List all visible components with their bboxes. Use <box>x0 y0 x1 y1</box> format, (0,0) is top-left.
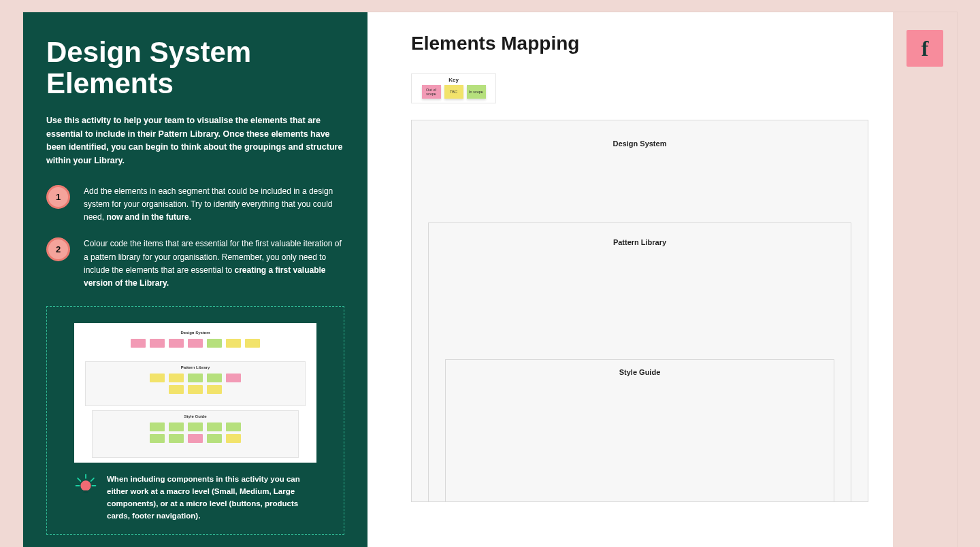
mini-note <box>188 385 203 394</box>
mini-note <box>226 434 241 443</box>
step-text: Add the elements in each segment that co… <box>84 185 344 225</box>
mini-note <box>207 422 222 431</box>
canvas[interactable]: Design System Elements Use this activity… <box>0 0 980 547</box>
steps-list: 1 Add the elements in each segment that … <box>46 185 344 290</box>
mini-note <box>169 385 184 394</box>
mini-note <box>131 339 146 348</box>
mini-note <box>226 339 241 348</box>
legend-tbc[interactable]: TBC <box>444 85 463 99</box>
illus-layer-1: Design System <box>85 327 306 357</box>
legend-title: Key <box>416 77 491 83</box>
mini-note <box>226 374 241 382</box>
layer-label-design-system: Design System <box>412 120 868 148</box>
svg-point-5 <box>80 480 91 491</box>
illus-layer-2-label: Pattern Library <box>86 362 305 369</box>
mini-note <box>245 339 260 348</box>
step-number-badge: 1 <box>46 185 70 209</box>
example-illustration: Design System Pattern Library <box>74 323 316 463</box>
mapping-layer-pattern-library[interactable]: Pattern Library Style Guide <box>428 222 851 501</box>
layer-label-style-guide: Style Guide <box>446 360 834 376</box>
note-row <box>93 422 298 431</box>
mini-note <box>169 434 184 443</box>
mini-note <box>150 422 165 431</box>
step-item: 2 Colour code the items that are essenti… <box>46 237 344 290</box>
mini-note <box>150 434 165 443</box>
mapping-layer-design-system[interactable]: Design System Pattern Library Style Guid… <box>411 120 868 502</box>
main-title: Elements Mapping <box>411 33 868 54</box>
mini-note <box>207 339 222 348</box>
layer-label-pattern-library: Pattern Library <box>429 223 851 246</box>
mini-note <box>150 339 165 348</box>
tip-text: When including components in this activi… <box>107 474 316 522</box>
illus-layer-1-label: Design System <box>85 327 306 335</box>
step-number-badge: 2 <box>46 237 70 261</box>
mini-note <box>169 374 184 382</box>
mini-note <box>188 422 203 431</box>
mini-note <box>188 339 203 348</box>
step-emphasis: now and in the future. <box>106 212 191 222</box>
main-canvas[interactable]: Elements Mapping Key Out of scope TBC In… <box>368 12 893 547</box>
sidebar: Design System Elements Use this activity… <box>23 12 368 547</box>
illus-layer-3: Style Guide <box>92 410 299 458</box>
legend[interactable]: Key Out of scope TBC In scope <box>411 73 496 103</box>
mini-note <box>207 385 222 394</box>
right-rail: f <box>893 12 957 547</box>
mini-note <box>207 434 222 443</box>
note-row <box>85 339 306 348</box>
mini-note <box>226 422 241 431</box>
mini-note <box>188 374 203 382</box>
brand-tile-button[interactable]: f <box>906 30 943 67</box>
illus-layer-2: Pattern Library <box>85 361 306 406</box>
board: Design System Elements Use this activity… <box>23 12 957 547</box>
note-row <box>93 434 298 443</box>
legend-row: Out of scope TBC In scope <box>416 85 491 99</box>
mini-note <box>169 339 184 348</box>
legend-in-scope[interactable]: In scope <box>467 85 486 99</box>
page-title: Design System Elements <box>46 37 344 99</box>
legend-out-of-scope[interactable]: Out of scope <box>422 85 441 99</box>
mini-note <box>188 434 203 443</box>
intro-text: Use this activity to help your team to v… <box>46 114 344 167</box>
step-item: 1 Add the elements in each segment that … <box>46 185 344 225</box>
mini-note <box>207 374 222 382</box>
note-row <box>86 385 305 394</box>
note-row <box>86 374 305 382</box>
illus-layer-3-label: Style Guide <box>93 411 298 418</box>
tip: When including components in this activi… <box>74 474 316 522</box>
lightbulb-icon <box>74 474 97 499</box>
mini-note <box>150 374 165 382</box>
step-text: Colour code the items that are essential… <box>84 237 344 290</box>
mini-note <box>169 422 184 431</box>
svg-line-1 <box>78 478 80 481</box>
svg-rect-6 <box>84 491 88 493</box>
example-frame: Design System Pattern Library <box>46 306 344 535</box>
mapping-layer-style-guide[interactable]: Style Guide <box>445 359 834 501</box>
svg-line-2 <box>91 478 94 481</box>
